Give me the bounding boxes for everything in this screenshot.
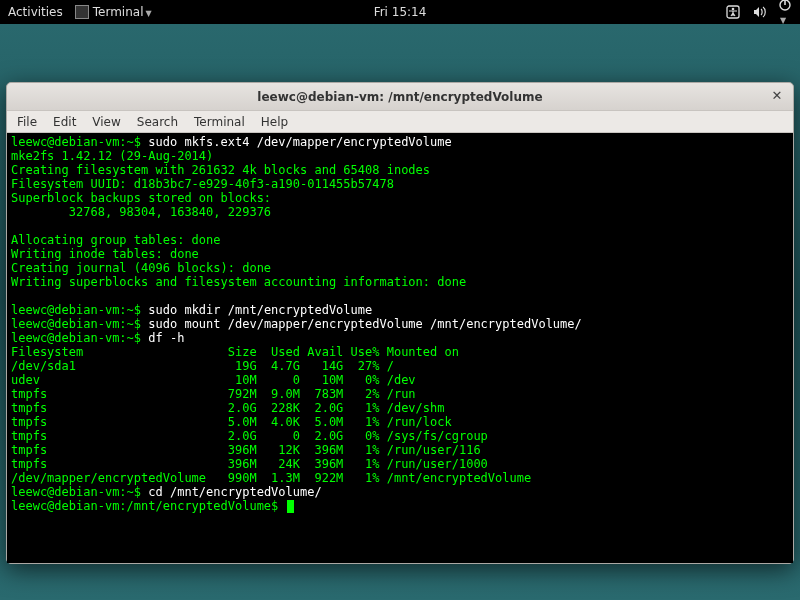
command: sudo mkdir /mnt/encryptedVolume <box>148 303 372 317</box>
df-row: tmpfs 792M 9.0M 783M 2% /run <box>11 387 416 401</box>
menu-file[interactable]: File <box>17 115 37 129</box>
prompt: leewc@debian-vm:~$ <box>11 331 148 345</box>
power-icon[interactable]: ▼ <box>778 0 792 26</box>
app-menu-label: Terminal <box>93 5 144 19</box>
prompt: leewc@debian-vm:~$ <box>11 135 148 149</box>
df-row: udev 10M 0 10M 0% /dev <box>11 373 416 387</box>
output-line: Writing inode tables: done <box>11 247 199 261</box>
terminal-viewport[interactable]: leewc@debian-vm:~$ sudo mkfs.ext4 /dev/m… <box>7 133 793 563</box>
output-line: mke2fs 1.42.12 (29-Aug-2014) <box>11 149 213 163</box>
output-line: Superblock backups stored on blocks: <box>11 191 271 205</box>
terminal-window: leewc@debian-vm: /mnt/encryptedVolume ✕ … <box>6 82 794 564</box>
volume-icon[interactable] <box>752 5 766 19</box>
close-icon[interactable]: ✕ <box>769 89 785 105</box>
df-row: tmpfs 2.0G 228K 2.0G 1% /dev/shm <box>11 401 444 415</box>
df-row: tmpfs 2.0G 0 2.0G 0% /sys/fs/cgroup <box>11 429 488 443</box>
prompt: leewc@debian-vm:~$ <box>11 317 148 331</box>
chevron-down-icon: ▼ <box>145 9 151 18</box>
df-row: /dev/sda1 19G 4.7G 14G 27% / <box>11 359 394 373</box>
command: df -h <box>148 331 184 345</box>
output-line: Writing superblocks and filesystem accou… <box>11 275 466 289</box>
titlebar[interactable]: leewc@debian-vm: /mnt/encryptedVolume ✕ <box>7 83 793 111</box>
df-row: tmpfs 5.0M 4.0K 5.0M 1% /run/lock <box>11 415 452 429</box>
output-line: 32768, 98304, 163840, 229376 <box>11 205 271 219</box>
command: cd /mnt/encryptedVolume/ <box>148 485 321 499</box>
menu-view[interactable]: View <box>92 115 120 129</box>
df-row: tmpfs 396M 12K 396M 1% /run/user/116 <box>11 443 481 457</box>
menu-search[interactable]: Search <box>137 115 178 129</box>
df-header: Filesystem Size Used Avail Use% Mounted … <box>11 345 459 359</box>
app-menu[interactable]: Terminal▼ <box>75 5 152 20</box>
window-title: leewc@debian-vm: /mnt/encryptedVolume <box>257 90 542 104</box>
output-line: Creating filesystem with 261632 4k block… <box>11 163 430 177</box>
svg-point-1 <box>732 8 735 11</box>
chevron-down-icon: ▼ <box>780 16 786 25</box>
df-row: tmpfs 396M 24K 396M 1% /run/user/1000 <box>11 457 488 471</box>
clock[interactable]: Fri 15:14 <box>374 5 427 19</box>
menu-edit[interactable]: Edit <box>53 115 76 129</box>
prompt: leewc@debian-vm:/mnt/encryptedVolume$ <box>11 499 286 513</box>
df-row: /dev/mapper/encryptedVolume 990M 1.3M 92… <box>11 471 531 485</box>
prompt: leewc@debian-vm:~$ <box>11 485 148 499</box>
command: sudo mount /dev/mapper/encryptedVolume /… <box>148 317 581 331</box>
cursor <box>287 500 294 513</box>
prompt: leewc@debian-vm:~$ <box>11 303 148 317</box>
terminal-icon <box>75 5 89 19</box>
menu-help[interactable]: Help <box>261 115 288 129</box>
command: sudo mkfs.ext4 /dev/mapper/encryptedVolu… <box>148 135 451 149</box>
activities-button[interactable]: Activities <box>8 5 63 19</box>
output-line: Allocating group tables: done <box>11 233 221 247</box>
menubar: File Edit View Search Terminal Help <box>7 111 793 133</box>
accessibility-icon[interactable] <box>726 5 740 19</box>
output-line: Filesystem UUID: d18b3bc7-e929-40f3-a190… <box>11 177 394 191</box>
top-panel: Activities Terminal▼ Fri 15:14 ▼ <box>0 0 800 24</box>
menu-terminal[interactable]: Terminal <box>194 115 245 129</box>
output-line: Creating journal (4096 blocks): done <box>11 261 271 275</box>
